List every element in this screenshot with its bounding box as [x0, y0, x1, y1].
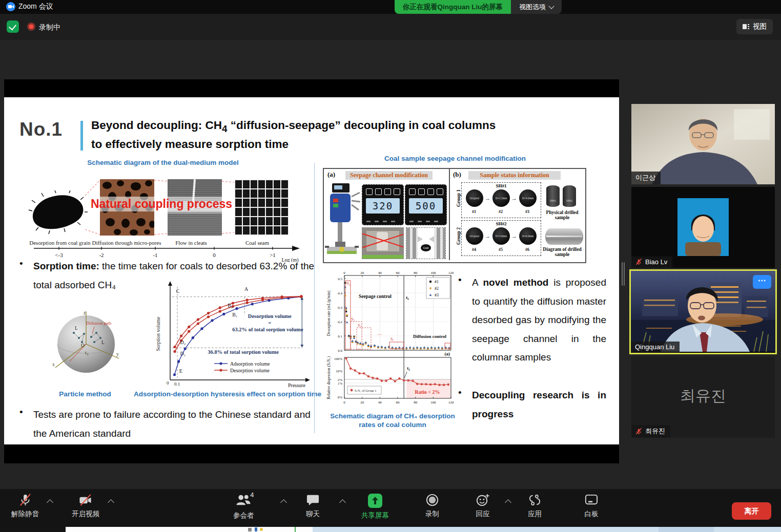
video-off-icon	[78, 493, 93, 507]
participant-name-tag: Biao Lv	[631, 257, 672, 268]
participant-count: 4	[250, 491, 254, 499]
more-options-button[interactable]: ⋯	[753, 275, 771, 289]
record-button[interactable]: 录制	[425, 493, 439, 519]
svg-text:100%: 100%	[334, 357, 343, 361]
slide-content: No.1 Beyond decoupling: CH4 “diffusion-s…	[4, 97, 619, 444]
svg-text:63.2% of total sorption volum: 63.2% of total sorption volume	[232, 327, 303, 332]
taskbar-icon	[295, 527, 296, 532]
natural-coupling-label: Natural coupling process	[88, 197, 235, 211]
tests-bullet: Tests are prone to failure according to …	[33, 406, 316, 443]
apps-button[interactable]: 应用	[528, 493, 542, 519]
watching-label: 你正在观看Qingquan Liu的屏幕	[395, 0, 511, 14]
panel-b-header: Sample status information	[468, 171, 561, 180]
desorption-caption: Schematic diagram of CH₄ desorption rate…	[316, 412, 469, 429]
svg-text:D₂: D₂	[180, 339, 186, 345]
reactions-button[interactable]: 回应	[476, 493, 490, 519]
svg-text:0: 0	[343, 271, 345, 275]
start-video-button[interactable]: 开启视频	[72, 493, 99, 519]
speed-display: 500	[405, 184, 447, 225]
svg-text:0%: 0%	[338, 395, 343, 399]
participants-icon	[235, 493, 252, 507]
participants-sidebar: 이근상 Biao Lv	[631, 104, 775, 438]
video-tile-lee[interactable]: 이근상	[631, 104, 775, 184]
seepage-figure: (a) Seepage channel modification	[323, 168, 586, 263]
share-screen-button[interactable]: 共享屏幕	[361, 493, 389, 520]
svg-text:r₀: r₀	[85, 350, 88, 355]
chevron-down-icon	[548, 3, 554, 9]
video-tile-qingquan-speaking[interactable]: ⋯ Qingquan Liu	[629, 269, 777, 354]
svg-text:10%: 10%	[336, 369, 342, 373]
taskbar-icon	[255, 527, 257, 531]
svg-text:Ratio < 2%: Ratio < 2%	[415, 389, 440, 395]
record-icon	[425, 493, 439, 507]
particle-method-caption: Particle method	[44, 390, 126, 398]
reactions-icon	[476, 493, 490, 507]
svg-text:S₃: S₃	[358, 323, 361, 328]
coal-grain-figure	[27, 190, 88, 238]
svg-text:O: O	[81, 343, 85, 348]
display-value: 320	[366, 198, 400, 214]
svg-text:0: 0	[343, 400, 345, 405]
reactions-chevron[interactable]	[505, 499, 511, 506]
drilled-sample-diagram	[545, 228, 583, 245]
svg-text:t₃: t₃	[407, 366, 410, 371]
svg-text:L: L	[75, 326, 78, 331]
panel-a-label: (a)	[327, 171, 335, 179]
svg-text:#3: #3	[435, 293, 439, 297]
leave-button[interactable]: 离开	[732, 502, 771, 520]
participants-button[interactable]: 4 参会者	[233, 493, 254, 520]
video-options-chevron[interactable]	[108, 499, 114, 506]
background-window-strip	[0, 527, 781, 532]
group1-box: SH#1 Original → D=1.5mm → D=4.0mm #1 #2 …	[461, 182, 541, 218]
participant-placeholder-name: 최유진	[631, 386, 775, 407]
zoom-logo-icon	[6, 2, 15, 11]
share-screen-icon	[367, 493, 383, 508]
drilled-sample-cylinder: SH#2	[563, 185, 576, 207]
dual-medium-caption: Schematic diagram of the dual-medium mod…	[81, 159, 245, 166]
title-accent-bar	[80, 121, 83, 151]
slide-title: Beyond decoupling: CH4 “diffusion-seepag…	[91, 118, 563, 153]
svg-text:0.5: 0.5	[338, 277, 342, 281]
view-options-button[interactable]: 视图选项	[511, 0, 562, 14]
shared-screen-slide: No.1 Beyond decoupling: CH4 “diffusion-s…	[4, 79, 619, 463]
seepage-caption: Coal sample seepage channel modification	[363, 155, 547, 162]
svg-text:(a): (a)	[445, 351, 450, 356]
participant-name-tag: 최유진	[631, 425, 670, 438]
svg-text:Relative dispersion (Sᵢ/S₁): Relative dispersion (Sᵢ/S₁)	[326, 356, 331, 399]
svg-text:1%: 1%	[338, 381, 343, 386]
video-tile-biao[interactable]: Biao Lv	[631, 187, 775, 268]
security-shield-icon[interactable]	[7, 20, 19, 33]
chat-button[interactable]: 聊天	[306, 493, 320, 519]
svg-text:0.3: 0.3	[338, 306, 342, 310]
svg-text:20: 20	[360, 400, 364, 405]
window-title: Zoom 会议	[18, 2, 53, 11]
whiteboard-button[interactable]: 白板	[584, 493, 599, 519]
unmute-button[interactable]: 解除静音	[11, 493, 39, 519]
svg-text:120: 120	[448, 271, 454, 275]
svg-text:C: C	[176, 288, 180, 294]
svg-text:=: =	[268, 320, 271, 326]
svg-text:y: y	[116, 352, 119, 357]
view-button[interactable]: 视图	[736, 19, 773, 34]
svg-text:0: 0	[167, 380, 169, 386]
mic-options-chevron[interactable]	[47, 499, 53, 506]
desorption-rate-chart: 0020204040606080801001001201200.50.40.30…	[325, 269, 455, 408]
svg-text:#1: #1	[435, 280, 439, 284]
sidebar-scrollbar[interactable]	[622, 262, 623, 286]
chat-chevron[interactable]	[339, 499, 346, 506]
svg-text:B₂: B₂	[228, 303, 233, 308]
laser-alignment-photo	[362, 227, 404, 259]
svg-text:Adsorption volume: Adsorption volume	[230, 361, 270, 367]
svg-text:L: L	[101, 340, 105, 345]
recording-label: 录制中	[39, 23, 60, 32]
hysteresis-caption: Adsorption-desorption hysteresis effect …	[132, 390, 323, 398]
participants-chevron[interactable]	[280, 499, 287, 506]
svg-text:100: 100	[430, 271, 436, 275]
video-tile-choi[interactable]: 최유진 최유진	[631, 357, 775, 438]
sidebar-scrollbar[interactable]	[624, 262, 625, 286]
svg-text:20: 20	[360, 271, 364, 275]
bottom-toolbar: 解除静音 开启视频 4 参会者	[0, 489, 781, 527]
mic-off-icon	[18, 493, 32, 507]
coal-seam-figure	[234, 179, 289, 236]
svg-text:⋯: ⋯	[377, 332, 382, 337]
